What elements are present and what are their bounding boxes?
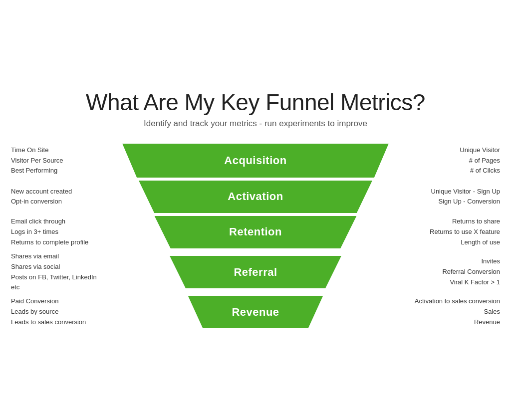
label-item: Length of use — [412, 237, 500, 248]
funnel-shape-retention: Retention — [141, 216, 370, 248]
funnel-container: Time On SiteVisitor Per SourceBest Perfo… — [11, 144, 500, 328]
left-labels-referral: Shares via emailShares via socialPosts o… — [11, 251, 103, 293]
funnel-wrap-revenue: Revenue — [103, 296, 408, 328]
label-item: Unique Visitor - Sign Up — [412, 187, 500, 197]
funnel-shape-revenue: Revenue — [173, 296, 338, 328]
label-item: Visitor Per Source — [11, 156, 99, 166]
page-title: What Are My Key Funnel Metrics? — [11, 89, 500, 116]
label-item: Time On Site — [11, 145, 99, 156]
main-container: What Are My Key Funnel Metrics? Identify… — [6, 79, 505, 341]
label-item: Shares via email — [11, 251, 99, 262]
funnel-section-acquisition: Time On SiteVisitor Per SourceBest Perfo… — [11, 144, 500, 178]
label-item: # of Pages — [412, 156, 500, 166]
funnel-shape-acquisition: Acquisition — [111, 144, 400, 178]
page-subtitle: Identify and track your metrics - run ex… — [11, 119, 500, 129]
funnel-shape-referral: Referral — [156, 256, 355, 288]
label-item: Sales — [412, 307, 500, 317]
label-item: Referral Conversion — [412, 267, 500, 277]
label-item: Shares via social — [11, 262, 99, 272]
label-item: Opt-in conversion — [11, 197, 99, 207]
label-item: Logs in 3+ times — [11, 227, 99, 237]
left-labels-revenue: Paid ConversionLeads by sourceLeads to s… — [11, 296, 103, 327]
funnel-section-activation: New account createdOpt-in conversionActi… — [11, 181, 500, 213]
label-item: Sign Up - Conversion — [412, 197, 500, 207]
funnel-wrap-referral: Referral — [103, 256, 408, 288]
label-item: Paid Conversion — [11, 296, 99, 307]
label-item: Email click through — [11, 216, 99, 227]
left-labels-activation: New account createdOpt-in conversion — [11, 187, 103, 208]
right-labels-activation: Unique Visitor - Sign UpSign Up - Conver… — [408, 187, 500, 208]
funnel-section-retention: Email click throughLogs in 3+ timesRetur… — [11, 216, 500, 248]
label-item: Returns to complete profile — [11, 237, 99, 248]
label-item: Invites — [412, 256, 500, 267]
left-labels-acquisition: Time On SiteVisitor Per SourceBest Perfo… — [11, 145, 103, 176]
label-item: Unique Visitor — [412, 145, 500, 156]
label-item: Viral K Factor > 1 — [412, 277, 500, 288]
funnel-shape-activation: Activation — [126, 181, 385, 213]
label-item: Posts on FB, Twitter, LinkedIn etc — [11, 272, 99, 293]
label-item: # of Cilcks — [412, 166, 500, 176]
funnel-wrap-activation: Activation — [103, 181, 408, 213]
funnel-section-referral: Shares via emailShares via socialPosts o… — [11, 251, 500, 293]
right-labels-referral: InvitesReferral ConversionViral K Factor… — [408, 256, 500, 287]
label-item: Returns to share — [412, 216, 500, 227]
funnel-wrap-acquisition: Acquisition — [103, 144, 408, 178]
label-item: Leads to sales conversion — [11, 317, 99, 328]
label-item: Leads by source — [11, 307, 99, 317]
left-labels-retention: Email click throughLogs in 3+ timesRetur… — [11, 216, 103, 247]
right-labels-revenue: Activation to sales conversionSalesReven… — [408, 296, 500, 327]
right-labels-retention: Returns to shareReturns to use X feature… — [408, 216, 500, 247]
label-item: New account created — [11, 187, 99, 197]
label-item: Revenue — [412, 317, 500, 328]
label-item: Activation to sales conversion — [412, 296, 500, 307]
funnel-wrap-retention: Retention — [103, 216, 408, 248]
label-item: Best Performing — [11, 166, 99, 176]
right-labels-acquisition: Unique Visitor# of Pages# of Cilcks — [408, 145, 500, 176]
label-item: Returns to use X feature — [412, 227, 500, 237]
funnel-section-revenue: Paid ConversionLeads by sourceLeads to s… — [11, 296, 500, 328]
